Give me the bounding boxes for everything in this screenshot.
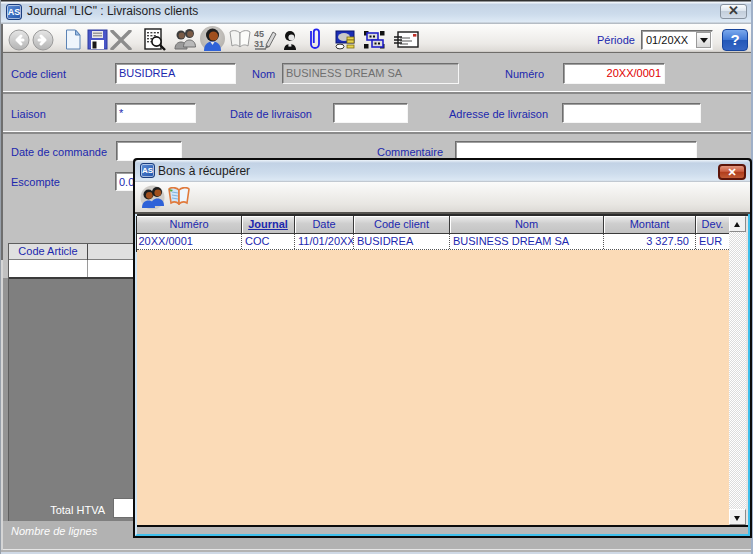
svg-text:31: 31 [254,39,264,49]
svg-text:45: 45 [254,29,264,39]
